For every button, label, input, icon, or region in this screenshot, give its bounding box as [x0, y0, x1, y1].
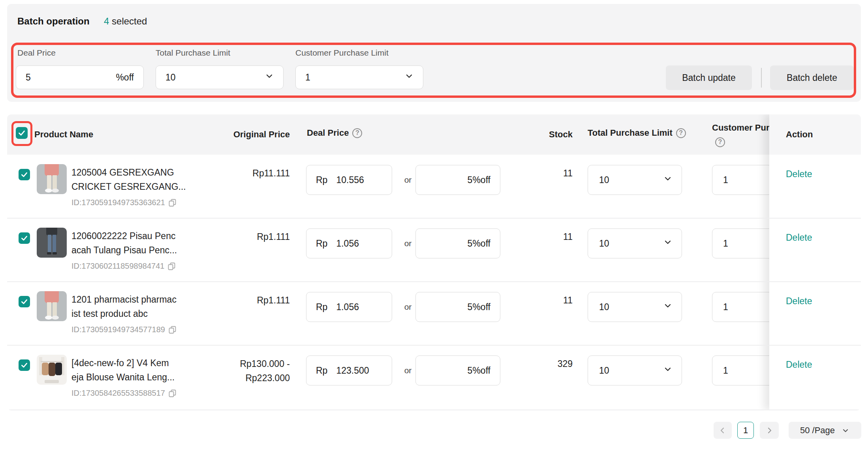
pagination-current-page[interactable]: 1: [737, 422, 754, 439]
original-price: Rp1.111: [173, 230, 290, 244]
table-row: [4dec-new-fo 2] V4 Kem eja Blouse Wanita…: [7, 345, 861, 410]
or-label: or: [398, 239, 418, 248]
original-price-line1: Rp130.000 -: [173, 357, 290, 371]
percent-off-field[interactable]: 5%off: [415, 165, 500, 195]
currency-prefix: Rp: [316, 302, 327, 312]
header-stock: Stock: [493, 129, 573, 140]
check-icon: [20, 170, 28, 179]
header-deal-price: Deal Price ?: [307, 128, 362, 138]
deal-price-field: Rp: [306, 292, 392, 322]
check-icon: [20, 361, 28, 369]
select-all-checkbox[interactable]: [16, 127, 28, 139]
batch-total-purchase-limit-select[interactable]: 10: [156, 65, 284, 89]
or-label: or: [398, 302, 418, 312]
delete-link[interactable]: Delete: [786, 232, 812, 243]
deal-price-field: Rp: [306, 165, 392, 195]
help-icon[interactable]: ?: [715, 137, 725, 147]
product-name-line2: ist test product abc: [71, 307, 177, 321]
batch-delete-button[interactable]: Batch delete: [770, 65, 854, 90]
stock-value: 11: [493, 168, 573, 179]
deal-price-input[interactable]: [336, 175, 385, 185]
delete-link[interactable]: Delete: [786, 359, 812, 370]
product-image: [37, 164, 67, 194]
row-checkbox[interactable]: [19, 296, 30, 307]
product-name-line1: 1201 pharmacist pharmac: [71, 292, 177, 307]
pagination-next-button[interactable]: [760, 422, 779, 439]
product-id: ID:1730602118598984741: [71, 262, 176, 271]
batch-deal-price-input[interactable]: [26, 72, 116, 83]
product-name-line2: acah Tulang Pisau Penc...: [71, 243, 177, 257]
total-purchase-limit-select[interactable]: 10: [588, 355, 682, 385]
help-icon[interactable]: ?: [676, 128, 686, 138]
header-total-purchase-limit-label: Total Purchase Limit: [588, 128, 673, 138]
delete-link[interactable]: Delete: [786, 296, 812, 307]
product-image: [37, 291, 67, 321]
original-price: Rp1.111: [173, 293, 290, 307]
pagination-prev-button[interactable]: [714, 422, 732, 439]
currency-prefix: Rp: [316, 238, 327, 249]
row-checkbox[interactable]: [19, 232, 30, 244]
total-purchase-limit-select[interactable]: 10: [588, 292, 682, 322]
product-image: [37, 228, 67, 258]
chevron-down-icon: [264, 71, 274, 84]
header-action: Action: [769, 114, 861, 155]
copy-icon[interactable]: [168, 198, 177, 207]
row-divider: [7, 345, 861, 346]
header-total-purchase-limit: Total Purchase Limit ?: [588, 128, 686, 138]
chevron-down-icon: [663, 174, 673, 186]
product-name: [4dec-new-fo 2] V4 Kem eja Blouse Wanita…: [71, 356, 175, 384]
chevron-right-icon: [765, 426, 774, 435]
table-bottom-divider: [7, 410, 861, 410]
copy-icon[interactable]: [167, 262, 176, 270]
total-purchase-limit-value: 10: [599, 175, 663, 185]
action-column: Action Delete Delete Delete Delete: [769, 114, 861, 410]
selected-count-label: selected: [112, 16, 147, 26]
product-name-line1: [4dec-new-fo 2] V4 Kem: [71, 356, 175, 370]
product-id-text: ID:1730591949734577189: [71, 325, 165, 334]
batch-update-button[interactable]: Batch update: [666, 65, 752, 90]
selected-count-number: 4: [104, 16, 109, 26]
product-id-text: ID:1730602118598984741: [71, 262, 164, 271]
table-row: 1205004 GESREXGANG CRICKET GESREXGANG...…: [7, 155, 861, 218]
deal-price-input[interactable]: [336, 238, 385, 249]
stock-value: 11: [493, 232, 573, 242]
chevron-down-icon: [663, 301, 673, 313]
product-id: ID:1730591949734577189: [71, 325, 177, 334]
deal-price-field: Rp: [306, 228, 392, 258]
total-purchase-limit-select[interactable]: 10: [588, 165, 682, 195]
product-id: ID:1730584265533588517: [71, 389, 177, 398]
total-purchase-limit-label: Total Purchase Limit: [156, 48, 230, 58]
deal-products-table: Product Name Original Price Deal Price ?…: [7, 114, 861, 410]
header-product-name: Product Name: [34, 129, 93, 140]
copy-icon[interactable]: [168, 389, 177, 397]
product-id-text: ID:1730584265533588517: [71, 389, 165, 398]
batch-customer-purchase-limit-value: 1: [305, 72, 404, 83]
product-name-line2: CRICKET GESREXGANG...: [71, 180, 186, 194]
row-checkbox[interactable]: [19, 169, 30, 180]
copy-icon[interactable]: [168, 326, 177, 334]
deal-price-input[interactable]: [336, 365, 385, 376]
delete-link[interactable]: Delete: [786, 169, 812, 180]
percent-off-field[interactable]: 5%off: [415, 355, 500, 385]
total-purchase-limit-value: 10: [599, 302, 663, 312]
percent-off-unit: %off: [116, 72, 134, 83]
percent-off-field[interactable]: 5%off: [415, 228, 500, 258]
deal-price-input[interactable]: [336, 302, 385, 312]
batch-deal-price-field: %off: [16, 65, 144, 89]
row-checkbox[interactable]: [19, 359, 30, 371]
percent-off-value: 5%off: [468, 175, 490, 185]
chevron-down-icon: [841, 426, 850, 435]
original-price-line1: Rp1.111: [173, 230, 290, 244]
total-purchase-limit-select[interactable]: 10: [588, 228, 682, 258]
page-size-select[interactable]: 50 /Page: [789, 422, 861, 439]
original-price: Rp130.000 - Rp223.000: [173, 357, 290, 385]
help-icon[interactable]: ?: [352, 128, 362, 138]
batch-customer-purchase-limit-select[interactable]: 1: [295, 65, 423, 89]
total-purchase-limit-value: 10: [599, 365, 663, 376]
product-name-line1: 1205004 GESREXGANG: [71, 165, 186, 180]
product-name-line1: 12060022222 Pisau Penc: [71, 229, 177, 243]
product-name: 1201 pharmacist pharmac ist test product…: [71, 292, 177, 321]
percent-off-field[interactable]: 5%off: [415, 292, 500, 322]
header-deal-price-label: Deal Price: [307, 128, 349, 138]
batch-operation-card: Batch operation 4 selected Deal Price %o…: [7, 4, 861, 102]
